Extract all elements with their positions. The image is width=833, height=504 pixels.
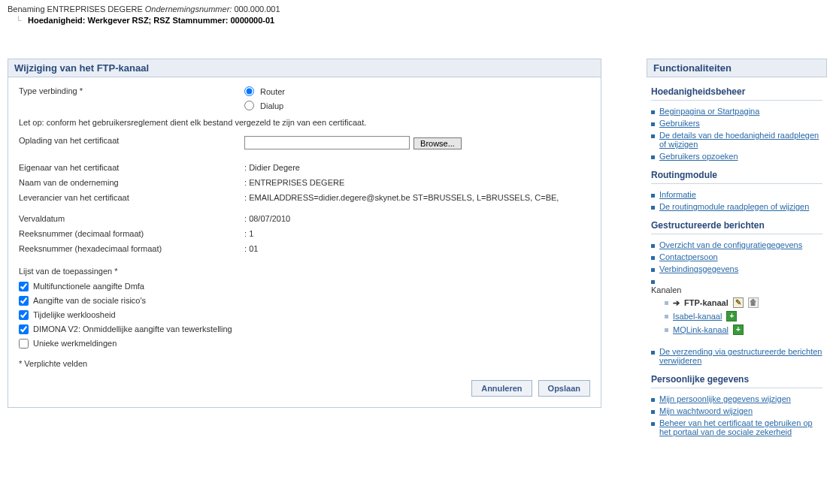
header-benaming-label: Benaming [8,5,45,14]
serial-hex-value: 01 [249,244,258,253]
owner-label: Eigenaar van het certificaat [19,163,244,172]
link-personal-data[interactable]: Mijn persoonlijke gegevens wijzigen [659,394,791,403]
supplier-value: EMAILADDRESS=didier.degere@skynet.be ST=… [249,193,559,202]
add-icon[interactable]: + [733,324,744,335]
cancel-button[interactable]: Annuleren [471,380,532,397]
channels-label: Kanalen [651,285,681,294]
main-panel: Wijziging van het FTP-kanaal Type verbin… [8,59,601,451]
tree-connector-icon: └ [12,14,26,27]
link-routing-manage[interactable]: De routingmodule raadplegen of wijzigen [659,202,809,211]
link-users[interactable]: Gebruikers [659,119,700,128]
link-contactperson[interactable]: Contactpersoon [659,252,718,261]
save-button[interactable]: Opslaan [538,380,590,397]
expiry-value: 08/07/2010 [249,214,290,223]
checkbox-unique-reports[interactable] [19,339,29,349]
group-personal: Persoonlijke gegevens [651,374,822,385]
delete-icon[interactable]: 🗑 [748,297,759,308]
header-hoedanigheid-label: Hoedanigheid: Werkgever RSZ; RSZ Stamnum… [28,16,228,25]
link-startpage[interactable]: Beginpagina or Startpagina [659,107,759,116]
arrow-right-icon: ➔ [673,298,680,308]
checkbox-dimona[interactable] [19,324,29,334]
radio-router-label: Router [260,87,285,96]
company-label: Naam van de onderneming [19,178,244,187]
link-config-overview[interactable]: Overzicht van de configuratiegegevens [659,240,802,249]
certificate-note: Let op: conform het gebruikersreglement … [19,118,590,127]
checkbox-dimona-label: DIMONA V2: Onmiddellijke aangifte van te… [33,324,232,333]
edit-icon[interactable]: ✎ [733,297,744,308]
header-stamnummer: 0000000-01 [230,16,274,25]
link-change-password[interactable]: Mijn wachtwoord wijzigen [659,406,753,415]
checkbox-unique-reports-label: Unieke werkmeldingen [33,339,117,348]
radio-dialup-label: Dialup [260,101,283,110]
header-line: Benaming ENTREPRISES DEGERE Ondernemings… [8,5,825,14]
radio-router[interactable] [244,86,254,96]
browse-button[interactable]: Browse... [413,137,462,149]
checkbox-temp-unemp-label: Tijdelijke werkloosheid [33,310,116,319]
group-hoedanigheid: Hoedanigheidsbeheer [651,86,822,97]
link-details-hoedanigheid[interactable]: De details van de hoedanigheid raadplege… [659,131,822,149]
group-routing: Routingmodule [651,170,822,180]
owner-value: Didier Degere [249,163,300,172]
company-value: ENTREPRISES DEGERE [249,178,344,187]
group-structured: Gestructureerde berichten [651,220,822,231]
panel-title: Wijziging van het FTP-kanaal [8,59,601,77]
header-ond-label: Ondernemingsnummer: [145,5,232,14]
side-panel: Functionaliteiten Hoedanigheidsbeheer Be… [647,59,827,451]
checkbox-social-risk-label: Aangifte van de sociale risico's [33,296,146,305]
radio-dialup[interactable] [244,101,254,110]
checkbox-dmfa-label: Multifunctionele aangifte Dmfa [33,282,144,291]
header-subline: └ Hoedanigheid: Werkgever RSZ; RSZ Stamn… [12,14,825,27]
supplier-label: Leverancier van het certificaat [19,193,244,202]
serial-hex-label: Reeksnummer (hexadecimaal formaat) [19,244,244,253]
apps-label: Lijst van de toepassingen * [19,267,590,276]
side-panel-title: Functionaliteiten [647,59,827,77]
serial-dec-value: 1 [249,229,253,238]
header-ond-value: 000.000.001 [234,5,280,14]
checkbox-temp-unemp[interactable] [19,310,29,320]
upload-input[interactable] [244,136,410,149]
link-manage-certificate[interactable]: Beheer van het certificaat te gebruiken … [659,418,822,436]
link-delete-structured[interactable]: De verzending via gestructureerde berich… [659,347,822,365]
link-search-users[interactable]: Gebruikers opzoeken [659,152,738,161]
checkbox-social-risk[interactable] [19,296,29,306]
link-connection-data[interactable]: Verbindingsgegevens [659,264,738,273]
serial-dec-label: Reeksnummer (decimaal formaat) [19,229,244,238]
channel-ftp[interactable]: FTP-kanaal [684,298,728,307]
checkbox-dmfa[interactable] [19,282,29,291]
required-footnote: * Verplichte velden [19,359,590,368]
type-connection-label: Type verbinding * [19,86,244,95]
header-company-name: ENTREPRISES DEGERE [47,5,143,14]
channel-isabel[interactable]: Isabel-kanaal [673,312,722,321]
add-icon[interactable]: + [726,311,737,321]
channel-mqlink[interactable]: MQLink-kanaal [673,325,728,334]
expiry-label: Vervaldatum [19,214,244,223]
upload-label: Oplading van het certificaat [19,136,244,145]
link-routing-info[interactable]: Informatie [659,190,696,199]
